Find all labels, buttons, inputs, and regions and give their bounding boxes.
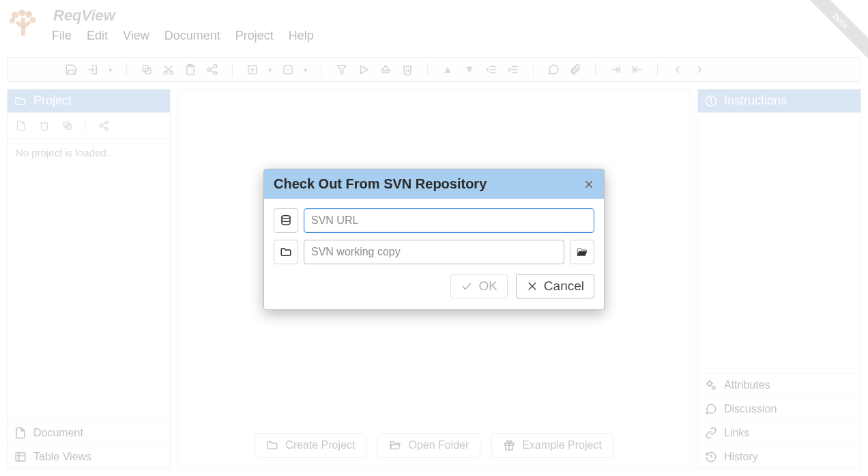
modal-overlay: Check Out From SVN Repository xyxy=(0,0,868,476)
ok-button-label: OK xyxy=(478,279,497,294)
svg-point-62 xyxy=(282,216,290,219)
close-icon xyxy=(583,179,594,190)
cancel-button[interactable]: Cancel xyxy=(516,274,594,298)
browse-folder-button[interactable] xyxy=(570,240,594,264)
check-icon xyxy=(461,280,473,292)
cancel-button-label: Cancel xyxy=(544,279,584,294)
database-icon xyxy=(274,208,298,233)
folder-open-icon xyxy=(576,246,588,258)
svn-checkout-dialog: Check Out From SVN Repository xyxy=(263,169,605,310)
dialog-close-button[interactable] xyxy=(583,179,594,190)
working-copy-input[interactable] xyxy=(304,240,564,264)
folder-icon xyxy=(274,240,298,264)
dialog-title: Check Out From SVN Repository xyxy=(274,176,487,192)
close-icon xyxy=(526,280,538,292)
ok-button[interactable]: OK xyxy=(450,274,507,298)
svn-url-input[interactable] xyxy=(304,208,594,233)
